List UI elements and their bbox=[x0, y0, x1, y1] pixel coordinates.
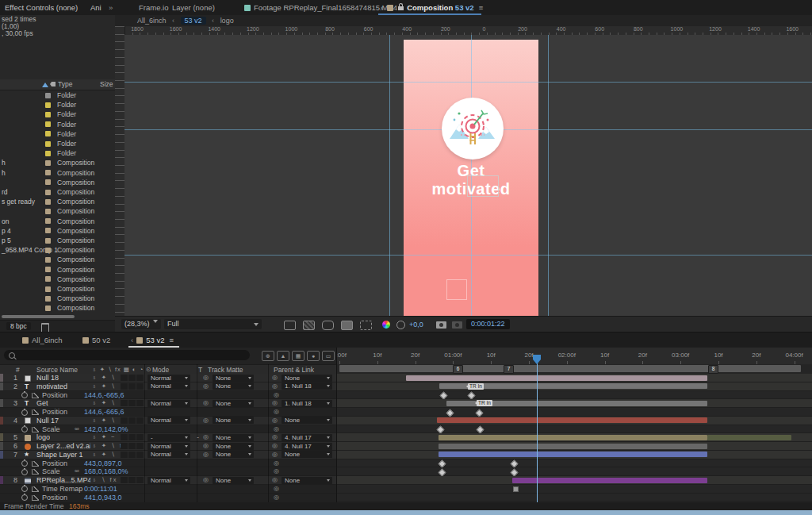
track-matte-dropdown[interactable]: None bbox=[213, 443, 254, 450]
project-row[interactable]: Composition bbox=[0, 178, 115, 187]
project-row[interactable]: Folder bbox=[0, 139, 115, 148]
graph-icon[interactable] bbox=[32, 495, 39, 501]
track-matte-dropdown[interactable]: None bbox=[213, 477, 254, 484]
timeline-tab-50-v2[interactable]: 50 v2 bbox=[82, 332, 110, 348]
color-management-icon[interactable] bbox=[396, 321, 405, 329]
track-row[interactable] bbox=[337, 374, 812, 382]
layer-row[interactable]: 5logo♁ ✦ −--◎None◎4. Null 17 bbox=[0, 433, 336, 442]
resolution-dropdown[interactable]: Full bbox=[164, 319, 262, 329]
project-row[interactable]: Composition bbox=[0, 294, 115, 303]
project-row[interactable]: rdComposition bbox=[0, 187, 115, 197]
layer-name[interactable]: Layer 2...ed v2.ai bbox=[36, 442, 90, 450]
parent-pickwhip-icon[interactable]: ◎ bbox=[272, 433, 278, 441]
parent-pickwhip-icon[interactable]: ◎ bbox=[272, 399, 278, 407]
graph-icon[interactable] bbox=[32, 409, 39, 415]
motion-blur-icon[interactable]: ● bbox=[307, 351, 320, 361]
matte-pickwhip-icon[interactable]: ◎ bbox=[203, 433, 209, 441]
track-row[interactable] bbox=[337, 417, 812, 425]
layer-row[interactable]: 2Tmotivated♁ ✦ ∖Normal◎None◎1. Null 18 bbox=[0, 382, 336, 391]
track-matte-dropdown[interactable]: None bbox=[213, 400, 254, 407]
parent-pickwhip-icon[interactable]: ◎ bbox=[272, 442, 278, 450]
layer-row[interactable]: 1Null 18♁ ✦ ∖Normal◎None◎None bbox=[0, 374, 336, 382]
parent-dropdown[interactable]: None bbox=[282, 375, 332, 382]
project-hscrollbar[interactable] bbox=[2, 315, 75, 318]
parent-dropdown[interactable]: 4. Null 17 bbox=[282, 443, 332, 450]
layer-marker[interactable]: TR In bbox=[468, 383, 484, 390]
layer-switches[interactable]: ♁ ✦ ∖ bbox=[92, 382, 117, 390]
property-value[interactable]: 144,6,-665,6 bbox=[84, 391, 124, 399]
project-row[interactable]: Composition bbox=[0, 265, 115, 275]
stopwatch-icon[interactable] bbox=[21, 486, 28, 492]
layer-name[interactable]: logo bbox=[36, 433, 50, 441]
matte-pickwhip-icon[interactable]: ◎ bbox=[203, 382, 209, 390]
property-value[interactable]: 144,6,-665,6 bbox=[84, 408, 124, 416]
chevron-left-icon[interactable]: ‹ bbox=[212, 17, 214, 25]
switch-cells[interactable] bbox=[121, 443, 144, 449]
matte-pickwhip-icon[interactable]: ◎ bbox=[203, 417, 209, 425]
track-matte-dropdown[interactable]: None bbox=[213, 382, 254, 390]
viewer-tab-layer-none-[interactable]: Layer (none) bbox=[172, 0, 215, 15]
layer-row[interactable]: 3TGet♁ ✦ ∖Normal◎None◎1. Null 18 bbox=[0, 399, 336, 408]
project-row[interactable]: p 5Composition bbox=[0, 236, 115, 245]
mode-dropdown[interactable]: Normal bbox=[147, 375, 190, 382]
expression-pickwhip-icon[interactable]: ◎ bbox=[274, 391, 279, 399]
preview-timecode[interactable]: 0:00:01:22 bbox=[466, 319, 510, 329]
parent-pickwhip-icon[interactable]: ◎ bbox=[272, 417, 278, 425]
property-name[interactable]: Position bbox=[42, 391, 67, 399]
matte-pickwhip-icon[interactable]: ◎ bbox=[203, 399, 209, 407]
transparency-grid-button[interactable] bbox=[303, 321, 315, 330]
comp-mini-flowchart-icon[interactable]: ⊛ bbox=[262, 351, 274, 361]
parent-dropdown[interactable]: 4. Null 17 bbox=[282, 434, 332, 441]
composition-marker[interactable]: 8 bbox=[708, 365, 718, 374]
parent-dropdown[interactable]: None bbox=[282, 477, 332, 484]
layer-label-chip[interactable] bbox=[0, 374, 3, 382]
parent-pickwhip-icon[interactable]: ◎ bbox=[272, 382, 278, 390]
chevron-left-icon[interactable]: ‹ bbox=[172, 17, 174, 25]
expression-pickwhip-icon[interactable]: ◎ bbox=[274, 485, 279, 493]
parent-dropdown[interactable]: None bbox=[282, 417, 332, 424]
layer-switches[interactable]: ♁ ✦ ∖ bbox=[92, 417, 117, 425]
layer-row[interactable]: 7★Shape Layer 1♁ ✦ ∖Normal◎None◎None bbox=[0, 451, 336, 459]
layer-name[interactable]: Get bbox=[36, 399, 48, 407]
sort-ascending-icon[interactable] bbox=[42, 83, 48, 87]
tab-partial[interactable]: Ani bbox=[86, 0, 106, 15]
layer-switches[interactable]: ♁ ✦ − bbox=[92, 433, 116, 441]
matte-pickwhip-icon[interactable]: ◎ bbox=[203, 374, 209, 382]
property-name[interactable]: Scale bbox=[42, 425, 60, 433]
layer-duration-bar[interactable] bbox=[512, 478, 707, 483]
keyframe-square[interactable] bbox=[513, 486, 519, 492]
project-row[interactable]: Folder bbox=[0, 110, 115, 119]
switch-cells[interactable] bbox=[121, 434, 144, 440]
keyframe-diamond[interactable] bbox=[446, 409, 454, 417]
stopwatch-icon[interactable] bbox=[21, 426, 28, 432]
graph-icon[interactable] bbox=[32, 486, 39, 492]
track-row[interactable] bbox=[337, 425, 812, 434]
graph-icon[interactable] bbox=[32, 469, 39, 475]
track-matte-dropdown[interactable]: None bbox=[213, 417, 254, 424]
track-row[interactable] bbox=[337, 433, 812, 442]
track-row[interactable]: TR In bbox=[337, 382, 812, 391]
track-matte-dropdown[interactable]: None bbox=[213, 375, 254, 382]
work-area-bar[interactable]: 678 bbox=[339, 365, 801, 372]
bit-depth-button[interactable]: 8 bpc bbox=[6, 322, 31, 330]
property-value[interactable]: 142,0,142,0% bbox=[84, 425, 128, 433]
parent-pickwhip-icon[interactable]: ◎ bbox=[272, 451, 278, 459]
track-row[interactable] bbox=[337, 459, 812, 468]
graph-icon[interactable] bbox=[32, 461, 39, 467]
keyframe-diamond[interactable] bbox=[476, 409, 484, 417]
layer-row[interactable]: 8RPRepla...5.MP4♁ ∖ fxNormal◎None◎None bbox=[0, 476, 336, 485]
keyframe-diamond[interactable] bbox=[511, 460, 519, 468]
stopwatch-icon[interactable] bbox=[21, 460, 28, 467]
keyframe-diamond[interactable] bbox=[437, 426, 445, 434]
breadcrumb-item[interactable]: All_6inch bbox=[137, 17, 167, 25]
mode-dropdown[interactable]: Normal bbox=[147, 443, 190, 450]
mode-dropdown[interactable]: - bbox=[147, 434, 190, 441]
layer-name[interactable]: motivated bbox=[36, 382, 67, 390]
property-name[interactable]: Position bbox=[42, 494, 67, 502]
track-row[interactable] bbox=[337, 451, 812, 459]
mode-dropdown[interactable]: Normal bbox=[147, 382, 190, 390]
layer-label-chip[interactable] bbox=[0, 417, 3, 425]
expression-pickwhip-icon[interactable]: ◎ bbox=[274, 408, 279, 416]
keyframe-diamond[interactable] bbox=[439, 460, 446, 468]
property-row[interactable]: Position144,6,-665,6◎ bbox=[0, 391, 336, 400]
